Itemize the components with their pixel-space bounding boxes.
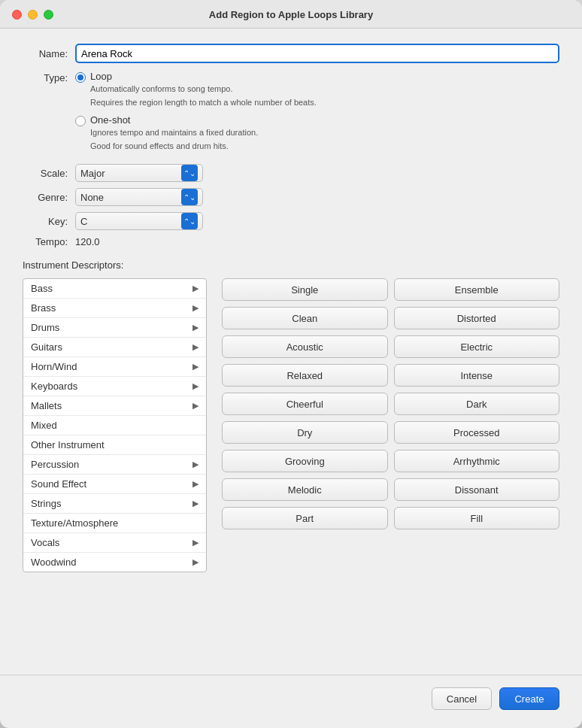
chevron-right-icon: ▶ <box>192 362 199 372</box>
descriptor-buttons-grid: SingleEnsembleCleanDistortedAcousticElec… <box>222 278 559 529</box>
chevron-right-icon: ▶ <box>192 479 199 489</box>
loop-label: Loop <box>90 71 317 82</box>
descriptor-button[interactable]: Cheerful <box>222 393 388 415</box>
instrument-item-label: Strings <box>31 498 192 509</box>
dialog-window: Add Region to Apple Loops Library Name: … <box>0 0 582 728</box>
descriptor-button[interactable]: Processed <box>394 421 560 444</box>
list-item[interactable]: Bass▶ <box>23 279 206 299</box>
create-button[interactable]: Create <box>499 687 559 710</box>
dialog-content: Name: Type: Loop Automatically conforms … <box>0 29 582 675</box>
instrument-item-label: Keyboards <box>31 381 192 392</box>
minimize-button[interactable] <box>28 10 38 20</box>
chevron-right-icon: ▶ <box>192 323 199 332</box>
genre-label: Genre: <box>23 192 68 203</box>
close-button[interactable] <box>12 10 22 20</box>
instrument-item-label: Horn/Wind <box>31 361 192 372</box>
key-arrow-icon: ⌃⌄ <box>181 213 198 229</box>
descriptor-button[interactable]: Grooving <box>222 450 388 472</box>
descriptor-button[interactable]: Fill <box>394 507 560 529</box>
list-item[interactable]: Keyboards▶ <box>23 377 206 396</box>
genre-value: None <box>80 192 178 203</box>
oneshot-option[interactable]: One-shot Ignores tempo and maintains a f… <box>75 114 559 152</box>
instrument-item-label: Texture/Atmosphere <box>31 517 199 529</box>
genre-arrow-icon: ⌃⌄ <box>181 189 198 205</box>
chevron-right-icon: ▶ <box>192 557 199 567</box>
instrument-area: Bass▶Brass▶Drums▶Guitars▶Horn/Wind▶Keybo… <box>23 278 559 572</box>
instrument-item-label: Bass <box>31 283 192 294</box>
instrument-item-label: Brass <box>31 302 192 314</box>
traffic-lights <box>12 10 53 20</box>
scale-dropdown[interactable]: Major ⌃⌄ <box>75 164 203 182</box>
instrument-item-label: Sound Effect <box>31 478 192 490</box>
descriptor-button[interactable]: Single <box>222 278 388 301</box>
list-item[interactable]: Other Instrument <box>23 435 206 455</box>
scale-label: Scale: <box>23 168 68 179</box>
list-item[interactable]: Woodwind▶ <box>23 553 206 572</box>
loop-radio[interactable] <box>75 72 86 83</box>
list-item[interactable]: Horn/Wind▶ <box>23 357 206 377</box>
instrument-item-label: Other Instrument <box>31 439 199 450</box>
instrument-item-label: Vocals <box>31 537 192 548</box>
tempo-value: 120.0 <box>75 236 100 247</box>
list-item[interactable]: Strings▶ <box>23 494 206 514</box>
chevron-right-icon: ▶ <box>192 381 199 391</box>
descriptor-button[interactable]: Dissonant <box>394 478 560 501</box>
oneshot-label: One-shot <box>90 114 258 126</box>
genre-dropdown[interactable]: None ⌃⌄ <box>75 188 203 206</box>
list-item[interactable]: Guitars▶ <box>23 338 206 357</box>
list-item[interactable]: Percussion▶ <box>23 455 206 475</box>
title-bar: Add Region to Apple Loops Library <box>0 0 582 29</box>
list-item[interactable]: Mixed <box>23 416 206 435</box>
tempo-row: Tempo: 120.0 <box>23 236 559 247</box>
type-section: Type: Loop Automatically conforms to son… <box>23 71 559 152</box>
instrument-item-label: Drums <box>31 322 192 333</box>
descriptor-button[interactable]: Distorted <box>394 307 560 329</box>
oneshot-radio[interactable] <box>75 116 86 126</box>
instrument-descriptors-section: Instrument Descriptors: Bass▶Brass▶Drums… <box>23 259 559 572</box>
oneshot-type-row: One-shot Ignores tempo and maintains a f… <box>23 114 559 152</box>
loop-option[interactable]: Loop Automatically conforms to song temp… <box>75 71 559 108</box>
chevron-right-icon: ▶ <box>192 342 199 352</box>
descriptor-button[interactable]: Electric <box>394 335 560 358</box>
loop-desc2: Requires the region length to match a wh… <box>90 96 317 109</box>
loop-desc1: Automatically conforms to song tempo. <box>90 83 317 96</box>
descriptor-button[interactable]: Clean <box>222 307 388 329</box>
descriptor-button[interactable]: Dark <box>394 393 560 415</box>
descriptor-button[interactable]: Intense <box>394 364 560 387</box>
list-item[interactable]: Vocals▶ <box>23 533 206 553</box>
dialog-footer: Cancel Create <box>0 675 582 728</box>
window-title: Add Region to Apple Loops Library <box>209 9 373 20</box>
list-item[interactable]: Texture/Atmosphere <box>23 514 206 533</box>
chevron-right-icon: ▶ <box>192 303 199 313</box>
chevron-right-icon: ▶ <box>192 499 199 508</box>
genre-row: Genre: None ⌃⌄ <box>23 188 559 206</box>
descriptor-button[interactable]: Part <box>222 507 388 529</box>
list-item[interactable]: Drums▶ <box>23 318 206 338</box>
key-dropdown[interactable]: C ⌃⌄ <box>75 212 203 230</box>
key-label: Key: <box>23 216 68 227</box>
instrument-item-label: Percussion <box>31 459 192 470</box>
descriptor-button[interactable]: Ensemble <box>394 278 560 301</box>
cancel-button[interactable]: Cancel <box>432 687 492 710</box>
descriptor-button[interactable]: Melodic <box>222 478 388 501</box>
instrument-item-label: Mallets <box>31 400 192 411</box>
list-item[interactable]: Brass▶ <box>23 299 206 318</box>
oneshot-text: One-shot Ignores tempo and maintains a f… <box>90 114 258 152</box>
descriptor-button[interactable]: Arrhythmic <box>394 450 560 472</box>
descriptor-button[interactable]: Dry <box>222 421 388 444</box>
chevron-right-icon: ▶ <box>192 284 199 293</box>
chevron-right-icon: ▶ <box>192 460 199 469</box>
oneshot-desc2: Good for sound effects and drum hits. <box>90 140 258 153</box>
name-input[interactable] <box>75 44 559 63</box>
loop-text: Loop Automatically conforms to song temp… <box>90 71 317 108</box>
name-row: Name: <box>23 44 559 63</box>
list-item[interactable]: Sound Effect▶ <box>23 475 206 494</box>
tempo-label: Tempo: <box>23 236 68 247</box>
instrument-item-label: Mixed <box>31 420 199 431</box>
list-item[interactable]: Mallets▶ <box>23 396 206 416</box>
descriptor-button[interactable]: Relaxed <box>222 364 388 387</box>
name-label: Name: <box>23 48 68 59</box>
maximize-button[interactable] <box>44 10 53 20</box>
descriptor-button[interactable]: Acoustic <box>222 335 388 358</box>
scale-value: Major <box>80 168 178 179</box>
